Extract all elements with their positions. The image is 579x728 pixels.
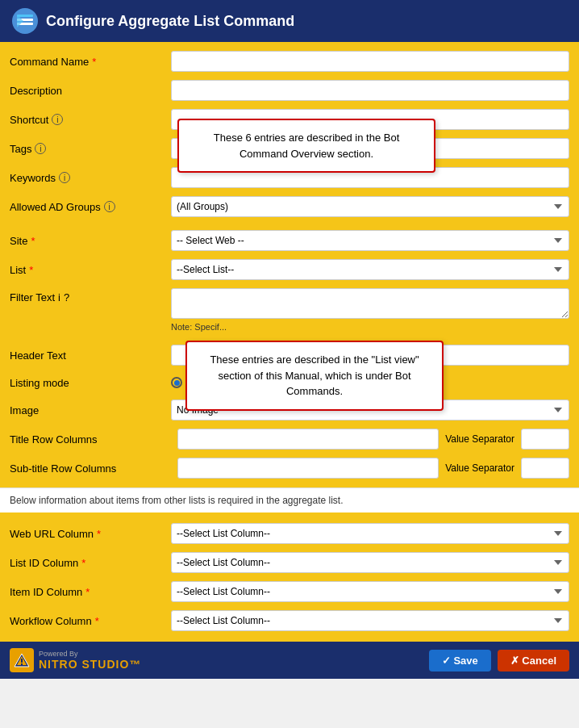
workflow-column-row: Workflow Column * --Select List Column-- (10, 606, 569, 635)
allowed-ad-groups-label: Allowed AD Groups i (10, 201, 171, 213)
list-id-column-row: List ID Column * --Select List Column-- (10, 548, 569, 577)
save-button[interactable]: ✓ Save (429, 650, 491, 672)
allowed-ad-groups-info-icon[interactable]: i (104, 201, 115, 212)
web-url-column-label: Web URL Column * (10, 528, 171, 540)
site-label: Site * (10, 235, 171, 247)
radio-normal-dot (171, 377, 182, 388)
filter-note: Note: Specif... (171, 322, 569, 332)
item-id-column-row: Item ID Column * --Select List Column-- (10, 577, 569, 606)
page-wrapper: Configure Aggregate List Command Command… (0, 0, 579, 679)
footer-logo: Powered By NITRO STUDIO™ (10, 648, 141, 672)
svg-rect-0 (17, 15, 33, 17)
list-required: * (29, 264, 33, 276)
filter-text-info-icon[interactable]: i (58, 291, 60, 303)
filter-text-row: Filter Text i ? Note: Specif... (10, 284, 569, 336)
dialog-header: Configure Aggregate List Command (0, 0, 579, 42)
command-name-required: * (92, 56, 96, 68)
site-row: Site * -- Select Web -- (10, 226, 569, 255)
workflow-column-label: Workflow Column * (10, 615, 171, 627)
description-input[interactable] (171, 80, 569, 101)
footer-buttons: ✓ Save ✗ Cancel (429, 650, 569, 672)
list-id-column-select[interactable]: --Select List Column-- (171, 552, 569, 573)
title-row-columns-input[interactable] (177, 429, 439, 450)
subtitle-value-separator-input[interactable] (521, 458, 569, 479)
footer-logo-text: Powered By NITRO STUDIO™ (39, 650, 141, 671)
info-text: Below information about items from other… (10, 495, 344, 506)
keywords-label: Keywords i (10, 172, 171, 184)
title-row-columns-label: Title Row Columns (10, 433, 171, 446)
allowed-ad-groups-row: Allowed AD Groups i (All Groups) (10, 192, 569, 221)
tooltip-box-1: These 6 entries are described in the Bot… (177, 119, 435, 173)
workflow-column-select[interactable]: --Select List Column-- (171, 610, 569, 631)
command-name-input[interactable] (171, 51, 569, 72)
header-text-label: Header Text (10, 349, 171, 362)
filter-text-label: Filter Text i ? (10, 288, 171, 303)
allowed-ad-groups-select[interactable]: (All Groups) (171, 196, 569, 217)
shortcut-info-icon[interactable]: i (52, 114, 63, 125)
list-id-column-label: List ID Column * (10, 557, 171, 569)
lower-form: Web URL Column * --Select List Column-- … (0, 513, 579, 642)
listing-mode-label: Listing mode (10, 377, 171, 389)
list-label: List * (10, 264, 171, 276)
workflow-required: * (95, 615, 99, 627)
info-section: Below information about items from other… (0, 487, 579, 513)
item-id-column-label: Item ID Column * (10, 586, 171, 598)
item-id-required: * (85, 586, 90, 598)
main-form: Command Name * Description Shortcut i (0, 42, 579, 487)
svg-rect-6 (21, 659, 23, 663)
web-url-column-row: Web URL Column * --Select List Column-- (10, 519, 569, 548)
list-row: List * --Select List-- (10, 255, 569, 284)
dialog-title: Configure Aggregate List Command (46, 13, 294, 30)
cancel-button[interactable]: ✗ Cancel (498, 650, 569, 672)
title-value-separator-label: Value Separator (445, 433, 514, 445)
title-row-columns-row: Title Row Columns Value Separator (10, 425, 569, 454)
tooltip-box-2: These entries are described in the "List… (185, 341, 444, 411)
subtitle-row-columns-row: Sub-title Row Columns Value Separator (10, 454, 569, 483)
title-value-separator-input[interactable] (521, 429, 569, 450)
filter-text-help-icon[interactable]: ? (64, 291, 69, 303)
shortcut-label: Shortcut i (10, 114, 171, 126)
form-area: Command Name * Description Shortcut i (0, 42, 579, 642)
command-name-row: Command Name * (10, 47, 569, 76)
header-icon (12, 8, 38, 34)
web-url-column-select[interactable]: --Select List Column-- (171, 523, 569, 544)
subtitle-value-separator-label: Value Separator (445, 462, 514, 474)
filter-text-right: Note: Specif... (171, 288, 569, 332)
subtitle-row-columns-input[interactable] (177, 458, 439, 479)
list-id-required: * (81, 557, 85, 569)
description-row: Description (10, 76, 569, 105)
logo-icon (10, 648, 34, 672)
keywords-info-icon[interactable]: i (59, 172, 70, 183)
tags-info-icon[interactable]: i (35, 143, 46, 154)
command-name-label: Command Name * (10, 56, 171, 68)
site-required: * (31, 235, 35, 247)
subtitle-row-columns-label: Sub-title Row Columns (10, 462, 171, 475)
svg-rect-7 (21, 663, 23, 665)
dialog-footer: Powered By NITRO STUDIO™ ✓ Save ✗ Cancel (0, 642, 579, 679)
item-id-column-select[interactable]: --Select List Column-- (171, 581, 569, 602)
filter-text-textarea[interactable] (171, 288, 569, 319)
list-select[interactable]: --Select List-- (171, 259, 569, 280)
site-select[interactable]: -- Select Web -- (171, 230, 569, 251)
description-label: Description (10, 85, 171, 97)
image-label: Image (10, 404, 171, 416)
web-url-required: * (97, 528, 101, 540)
tags-label: Tags i (10, 143, 171, 155)
